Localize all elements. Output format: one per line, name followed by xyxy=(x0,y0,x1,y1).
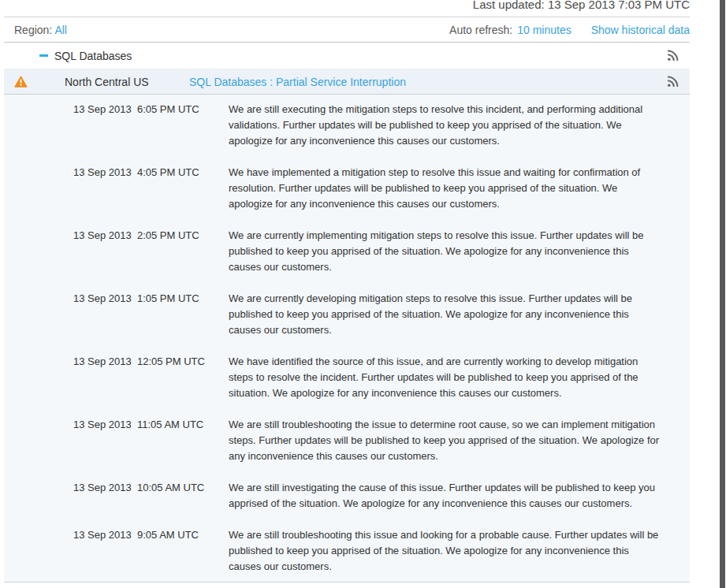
update-timestamp: 13 Sep 2013 12:05 PM UTC xyxy=(73,354,221,401)
update-message: We have identified the source of this is… xyxy=(229,354,661,401)
update-message: We are still troubleshooting this issue … xyxy=(229,527,661,575)
incident-rss[interactable] xyxy=(667,76,679,87)
service-health-dashboard: Last updated: 13 Sep 2013 7:03 PM UTC Re… xyxy=(0,0,726,588)
update-row: 13 Sep 2013 12:05 PM UTC We have identif… xyxy=(4,354,690,401)
auto-refresh-label: Auto refresh: xyxy=(449,24,512,36)
update-row: 13 Sep 2013 6:05 PM UTC We are still exe… xyxy=(4,102,690,149)
service-group-rss[interactable] xyxy=(667,50,679,61)
update-message: We are currently implementing mitigation… xyxy=(229,228,661,275)
service-group-title: SQL Databases xyxy=(54,50,132,62)
vertical-scrollbar-thumb[interactable] xyxy=(720,0,725,588)
update-row: 13 Sep 2013 10:05 AM UTC We are still in… xyxy=(4,480,690,512)
update-message: We are still executing the mitigation st… xyxy=(229,102,661,149)
last-updated-value: 13 Sep 2013 7:03 PM UTC xyxy=(548,0,690,11)
filter-right: Auto refresh: 10 minutes Show historical… xyxy=(449,24,690,36)
update-message: We have implemented a mitigation step to… xyxy=(229,165,661,212)
update-row: 13 Sep 2013 9:05 AM UTC We are still tro… xyxy=(4,527,690,575)
update-timestamp: 13 Sep 2013 10:05 AM UTC xyxy=(73,480,221,512)
rss-icon xyxy=(667,50,679,61)
update-timestamp: 13 Sep 2013 4:05 PM UTC xyxy=(73,165,221,212)
region-label: Region: xyxy=(14,24,52,36)
update-timestamp: 13 Sep 2013 6:05 PM UTC xyxy=(73,102,221,149)
last-updated: Last updated: 13 Sep 2013 7:03 PM UTC xyxy=(0,0,690,13)
auto-refresh-link[interactable]: 10 minutes xyxy=(517,24,571,36)
warning-icon xyxy=(14,76,28,87)
show-historical-link[interactable]: Show historical data xyxy=(591,24,690,36)
collapse-minus-icon[interactable] xyxy=(39,54,48,57)
update-row: 13 Sep 2013 11:05 AM UTC We are still tr… xyxy=(4,417,690,464)
incident-region: North Central US xyxy=(65,76,189,88)
update-timestamp: 13 Sep 2013 11:05 AM UTC xyxy=(73,417,221,464)
incident-status-link[interactable]: SQL Databases : Partial Service Interrup… xyxy=(189,76,406,88)
region-all-link[interactable]: All xyxy=(54,24,67,36)
update-message: We are still troubleshooting the issue t… xyxy=(229,417,661,464)
rss-icon xyxy=(667,76,679,87)
filter-bar: Region: All Auto refresh: 10 minutes Sho… xyxy=(4,17,690,42)
update-row: 13 Sep 2013 1:05 PM UTC We are currently… xyxy=(4,291,690,338)
update-timestamp: 13 Sep 2013 1:05 PM UTC xyxy=(73,291,221,338)
region-filter: Region: All xyxy=(14,24,67,36)
update-timestamp: 13 Sep 2013 2:05 PM UTC xyxy=(73,228,221,275)
service-group-row: SQL Databases xyxy=(4,43,690,69)
update-message: We are currently developing mitigation s… xyxy=(229,291,661,338)
updates-list: 13 Sep 2013 6:05 PM UTC We are still exe… xyxy=(4,95,690,582)
update-row: 13 Sep 2013 2:05 PM UTC We are currently… xyxy=(4,228,690,275)
update-timestamp: 13 Sep 2013 9:05 AM UTC xyxy=(73,527,221,575)
last-updated-label: Last updated: xyxy=(473,0,545,11)
incident-row: North Central US SQL Databases : Partial… xyxy=(4,69,690,95)
sql-databases-panel: SQL Databases North Central US SQL Datab… xyxy=(4,42,690,582)
update-row: 13 Sep 2013 4:05 PM UTC We have implemen… xyxy=(4,165,690,212)
update-message: We are still investigating the cause of … xyxy=(229,480,661,512)
